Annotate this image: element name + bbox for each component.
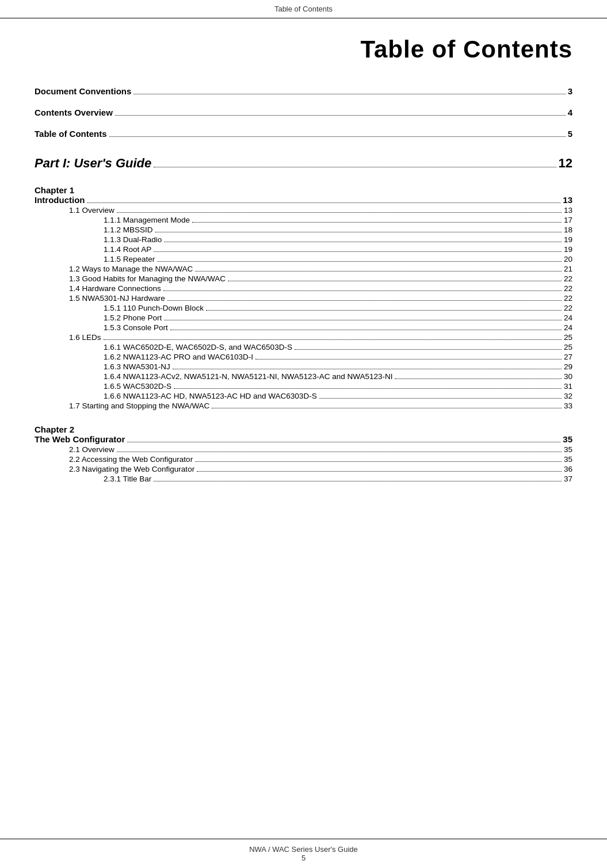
entry-1-6-6: 1.6.6 NWA1123-AC HD, NWA5123-AC HD and W… xyxy=(35,392,572,400)
top-toc-section: Document Conventions 3 Contents Overview… xyxy=(35,86,572,139)
chapter1-title-row: Introduction 13 xyxy=(35,195,572,205)
entry-1-6-1: 1.6.1 WAC6502D-E, WAC6502D-S, and WAC650… xyxy=(35,343,572,351)
entry-1-6-4: 1.6.4 NWA1123-ACv2, NWA5121-N, NWA5121-N… xyxy=(35,372,572,381)
entry-1-1: 1.1 Overview 13 xyxy=(35,206,572,215)
entry-1-6-2: 1.6.2 NWA1123-AC PRO and WAC6103D-I 27 xyxy=(35,353,572,361)
entry-1-3: 1.3 Good Habits for Managing the NWA/WAC… xyxy=(35,274,572,283)
entry-2-1: 2.1 Overview 35 xyxy=(35,445,572,454)
entry-1-5-2: 1.5.2 Phone Port 24 xyxy=(35,313,572,322)
entry-1-1-1: 1.1.1 Management Mode 17 xyxy=(35,216,572,224)
entry-1-6-5: 1.6.5 WAC5302D-S 31 xyxy=(35,382,572,391)
page-header: Table of Contents xyxy=(0,0,607,18)
main-title: Table of Contents xyxy=(35,36,572,63)
entry-1-6: 1.6 LEDs 25 xyxy=(35,333,572,342)
entry-1-5-1: 1.5.1 110 Punch-Down Block 22 xyxy=(35,304,572,312)
chapter1-entries: 1.1 Overview 13 1.1.1 Management Mode 17… xyxy=(35,206,572,410)
toc-contents-overview: Contents Overview 4 xyxy=(35,108,572,117)
entry-1-4: 1.4 Hardware Connections 22 xyxy=(35,284,572,293)
footer-series: NWA / WAC Series User's Guide xyxy=(0,845,607,854)
entry-1-5: 1.5 NWA5301-NJ Hardware 22 xyxy=(35,294,572,303)
entry-1-7: 1.7 Starting and Stopping the NWA/WAC 33 xyxy=(35,402,572,410)
entry-1-1-2: 1.1.2 MBSSID 18 xyxy=(35,225,572,234)
chapter1-header: Chapter 1 Introduction 13 xyxy=(35,185,572,205)
footer-page: 5 xyxy=(0,854,607,862)
entry-1-1-5: 1.1.5 Repeater 20 xyxy=(35,255,572,263)
chapter2-entries: 2.1 Overview 35 2.2 Accessing the Web Co… xyxy=(35,445,572,483)
chapter2-header: Chapter 2 The Web Configurator 35 xyxy=(35,425,572,444)
entry-2-2: 2.2 Accessing the Web Configurator 35 xyxy=(35,455,572,464)
part1-entry: Part I: User's Guide 12 xyxy=(35,156,572,171)
toc-document-conventions: Document Conventions 3 xyxy=(35,86,572,96)
toc-table-of-contents: Table of Contents 5 xyxy=(35,129,572,139)
chapter2-title-row: The Web Configurator 35 xyxy=(35,434,572,444)
entry-2-3-1: 2.3.1 Title Bar 37 xyxy=(35,475,572,483)
entry-1-1-4: 1.1.4 Root AP 19 xyxy=(35,245,572,254)
entry-1-5-3: 1.5.3 Console Port 24 xyxy=(35,323,572,332)
entry-1-2: 1.2 Ways to Manage the NWA/WAC 21 xyxy=(35,265,572,273)
entry-2-3: 2.3 Navigating the Web Configurator 36 xyxy=(35,465,572,473)
entry-1-6-3: 1.6.3 NWA5301-NJ 29 xyxy=(35,362,572,371)
entry-1-1-3: 1.1.3 Dual-Radio 19 xyxy=(35,235,572,244)
page-footer: NWA / WAC Series User's Guide 5 xyxy=(0,839,607,868)
